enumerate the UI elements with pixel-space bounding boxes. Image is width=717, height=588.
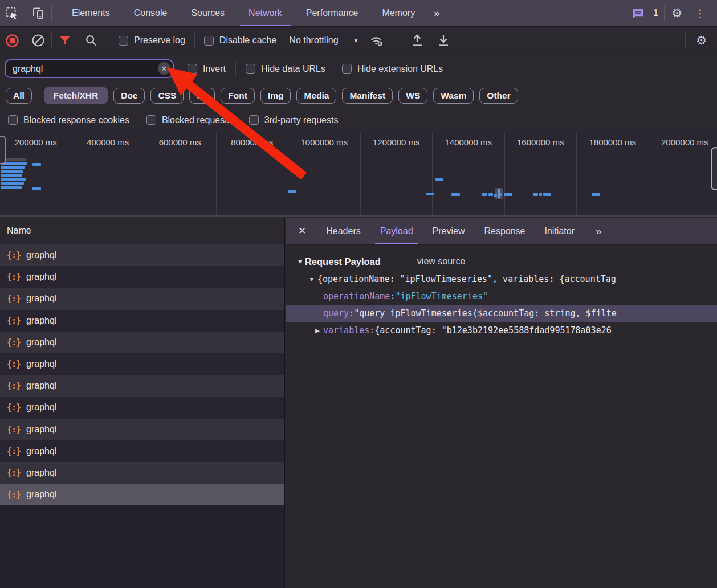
customize-devtools-icon[interactable]: ⋮	[689, 7, 711, 20]
detail-tab-headers[interactable]: Headers	[316, 218, 370, 244]
request-row[interactable]: {:}graphql	[0, 462, 284, 484]
timeline-request-bar	[1, 186, 22, 189]
import-har-icon[interactable]	[410, 33, 425, 48]
payload-line[interactable]: ▶variables: {accountTag: "b12e3b2192ee55…	[286, 322, 717, 339]
request-row[interactable]: {:}graphql	[0, 310, 284, 332]
detail-tab-response[interactable]: Response	[474, 218, 535, 244]
hide-data-urls-toggle[interactable]: Hide data URLs	[246, 64, 325, 74]
tab-memory[interactable]: Memory	[370, 0, 427, 26]
blocked-response-cookies-toggle[interactable]: Blocked response cookies	[8, 115, 129, 125]
request-row[interactable]: {:}graphql	[0, 440, 284, 462]
tab-network[interactable]: Network	[237, 0, 294, 26]
request-row[interactable]: {:}graphql	[0, 375, 284, 397]
network-overview-timeline[interactable]: 200000 ms400000 ms600000 ms800000 ms1000…	[0, 132, 717, 217]
clear-network-log-icon[interactable]	[31, 33, 46, 48]
chip-ws[interactable]: WS	[398, 88, 427, 104]
timeline-right-scrollbar[interactable]	[711, 147, 717, 190]
record-network-log-icon[interactable]	[5, 33, 19, 48]
request-row[interactable]: {:}graphql	[0, 419, 284, 440]
chip-wasm[interactable]: Wasm	[433, 88, 474, 104]
inspect-element-icon[interactable]	[5, 6, 19, 21]
tab-performance[interactable]: Performance	[294, 0, 370, 26]
tab-console[interactable]: Console	[122, 0, 180, 26]
request-row[interactable]: {:}graphql	[0, 288, 284, 309]
request-row[interactable]: {:}graphql	[0, 484, 284, 505]
detail-tab-preview[interactable]: Preview	[423, 218, 475, 244]
network-filter-row: ✕ Invert Hide data URLs Hide extension U…	[0, 55, 717, 83]
hide-extension-urls-toggle[interactable]: Hide extension URLs	[342, 64, 443, 74]
tree-triangle-icon[interactable]: ▶	[312, 327, 323, 334]
timeline-tick: 1000000 ms	[288, 132, 361, 215]
toolbar-divider	[194, 33, 195, 48]
chip-fetch-xhr[interactable]: Fetch/XHR	[44, 87, 108, 104]
preserve-log-toggle[interactable]: Preserve log	[119, 35, 185, 46]
collapse-triangle-icon[interactable]: ▼	[297, 258, 303, 265]
blocked-requests-toggle[interactable]: Blocked requests	[146, 115, 232, 125]
payload-line[interactable]: query: "query ipFlowTimeseries($accountT…	[286, 305, 717, 322]
chip-all[interactable]: All	[6, 88, 32, 104]
request-row[interactable]: {:}graphql	[0, 266, 284, 288]
throttling-dropdown[interactable]: No throttling ▼	[289, 35, 358, 46]
detail-tab-initiator[interactable]: Initiator	[535, 218, 584, 244]
toolbar-divider	[51, 33, 52, 48]
chip-manifest[interactable]: Manifest	[342, 88, 393, 104]
request-name: graphql	[26, 337, 56, 348]
request-row[interactable]: {:}graphql	[0, 353, 284, 375]
timeline-left-handle[interactable]	[0, 136, 6, 164]
invert-filter-toggle[interactable]: Invert	[188, 64, 226, 74]
preserve-log-checkbox[interactable]	[119, 36, 128, 46]
clear-filter-icon[interactable]: ✕	[158, 62, 170, 75]
tab-sources[interactable]: Sources	[179, 0, 237, 26]
view-source-link[interactable]: view source	[417, 256, 465, 267]
chip-css[interactable]: CSS	[150, 88, 184, 104]
payload-line[interactable]: operationName: "ipFlowTimeseries"	[286, 288, 717, 305]
network-conditions-icon[interactable]	[369, 33, 384, 48]
request-name: graphql	[26, 468, 56, 478]
tab-elements[interactable]: Elements	[60, 0, 122, 26]
detail-tab-payload[interactable]: Payload	[370, 218, 423, 244]
chip-js[interactable]: JS	[189, 88, 215, 104]
json-braces-icon: {:}	[7, 468, 21, 478]
blocked-response-cookies-checkbox[interactable]	[8, 115, 18, 125]
hide-data-urls-checkbox[interactable]	[246, 64, 255, 74]
request-name: graphql	[26, 293, 56, 304]
request-row[interactable]: {:}graphql	[0, 244, 284, 266]
timeline-request-bar	[482, 193, 487, 196]
invert-checkbox[interactable]	[188, 64, 197, 74]
chip-doc[interactable]: Doc	[113, 88, 145, 104]
json-braces-icon: {:}	[7, 337, 21, 348]
issues-message-icon[interactable]	[630, 6, 645, 21]
export-har-icon[interactable]	[436, 33, 451, 48]
payload-string: "ipFlowTimeseries"	[395, 291, 488, 301]
close-detail-icon[interactable]: ✕	[286, 225, 316, 237]
issues-count[interactable]: 1	[653, 8, 658, 18]
blocked-requests-checkbox[interactable]	[146, 115, 156, 125]
hide-extension-urls-checkbox[interactable]	[342, 64, 352, 74]
3rd-party-requests-toggle[interactable]: 3rd-party requests	[249, 115, 339, 125]
timeline-request-bar	[533, 193, 538, 196]
more-detail-tabs-icon[interactable]: ››	[589, 225, 608, 238]
timeline-request-bar	[1, 182, 24, 185]
timeline-grid: 200000 ms400000 ms600000 ms800000 ms1000…	[0, 132, 717, 215]
toolbar-divider	[109, 33, 109, 48]
chip-font[interactable]: Font	[221, 88, 255, 104]
chip-media[interactable]: Media	[296, 88, 336, 104]
network-settings-gear-icon[interactable]: ⚙	[691, 34, 711, 47]
disable-cache-checkbox[interactable]	[204, 36, 214, 46]
request-row[interactable]: {:}graphql	[0, 397, 284, 418]
name-column-header[interactable]: Name	[0, 218, 284, 244]
toggle-device-toolbar-icon[interactable]	[31, 6, 46, 21]
payload-separator	[286, 344, 717, 344]
search-icon[interactable]	[84, 33, 99, 48]
3rd-party-requests-checkbox[interactable]	[249, 115, 259, 125]
filter-input[interactable]	[5, 59, 174, 78]
filter-funnel-icon[interactable]	[58, 33, 72, 48]
payload-line[interactable]: ▼{operationName: "ipFlowTimeseries", var…	[286, 271, 717, 288]
disable-cache-toggle[interactable]: Disable cache	[204, 35, 277, 46]
chip-other[interactable]: Other	[479, 88, 518, 104]
chip-img[interactable]: Img	[260, 88, 291, 104]
tree-triangle-icon[interactable]: ▼	[306, 276, 317, 283]
more-tabs-icon[interactable]: ››	[427, 7, 446, 19]
settings-gear-icon[interactable]: ⚙	[667, 6, 687, 20]
request-row[interactable]: {:}graphql	[0, 332, 284, 353]
